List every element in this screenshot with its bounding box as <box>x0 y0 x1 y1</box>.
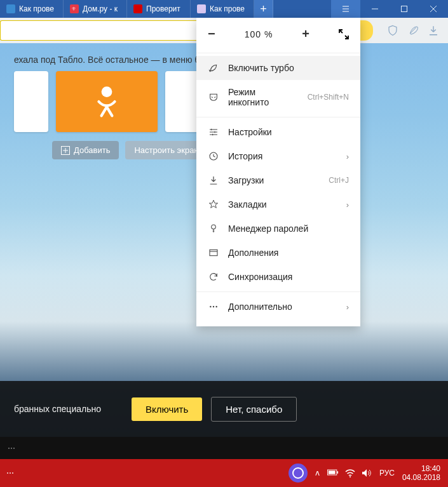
wifi-icon[interactable] <box>345 469 355 477</box>
speed-dial-tile[interactable] <box>14 71 48 132</box>
shield-icon[interactable] <box>387 25 398 36</box>
svg-rect-0 <box>402 6 407 12</box>
keyboard-lang[interactable]: РУС <box>379 469 395 477</box>
menu-label: Включить турбо <box>228 63 294 73</box>
svg-point-1 <box>102 86 112 97</box>
promo-bar: бранных специально Включить Нет, спасибо <box>0 381 448 437</box>
close-button[interactable] <box>419 0 448 18</box>
wifi-icon: ᯤ <box>70 4 79 13</box>
favicon-icon <box>6 4 15 13</box>
separator <box>196 53 360 53</box>
clock-icon <box>208 151 219 161</box>
rocket-icon <box>208 63 219 73</box>
promo-text: бранных специально <box>14 404 101 414</box>
promo-decline-button[interactable]: Нет, спасибо <box>211 397 297 422</box>
tab-label: Проверит <box>146 4 180 13</box>
tray-icons <box>327 469 372 477</box>
taskbar-left: ⋯ <box>0 469 20 477</box>
menu-item-turbo[interactable]: Включить турбо <box>196 56 360 80</box>
star-icon <box>208 199 219 210</box>
svg-point-7 <box>213 306 214 307</box>
battery-icon[interactable] <box>327 469 339 477</box>
window-icon <box>208 248 219 258</box>
favicon-icon <box>197 4 206 13</box>
tray-chevron-up-icon[interactable]: ʌ <box>315 469 320 477</box>
svg-point-12 <box>350 476 351 477</box>
volume-icon[interactable] <box>362 469 372 477</box>
configure-screen-button[interactable]: Настроить экран <box>125 141 207 159</box>
promo-enable-button[interactable]: Включить <box>132 397 202 421</box>
menu-item-history[interactable]: История › <box>196 144 360 168</box>
svg-point-6 <box>210 306 211 307</box>
menu-label: Настройки <box>228 127 272 137</box>
chevron-right-icon: › <box>346 302 349 312</box>
svg-rect-5 <box>210 250 217 255</box>
maximize-button[interactable] <box>390 0 419 18</box>
refresh-icon <box>208 272 219 282</box>
speed-dial-tile-ok[interactable] <box>56 71 158 132</box>
menu-label: Режим инкогнито <box>228 87 299 107</box>
zoom-in-button[interactable]: + <box>302 27 309 41</box>
zoom-out-button[interactable]: − <box>208 27 215 41</box>
shortcut: Ctrl+Shift+N <box>308 93 349 102</box>
zoom-row: − 100 % + <box>196 18 360 50</box>
menu-item-incognito[interactable]: Режим инкогнито Ctrl+Shift+N <box>196 80 360 114</box>
tab-label: Как прове <box>210 4 245 13</box>
fullscreen-button[interactable] <box>339 29 349 39</box>
menu-item-settings[interactable]: Настройки <box>196 120 360 144</box>
tab-label: Дом.ру - к <box>83 4 118 13</box>
window-controls <box>331 0 448 18</box>
tab-label: Как прове <box>19 4 54 13</box>
menu-label: История <box>228 151 262 161</box>
separator <box>196 291 360 292</box>
taskbar: ⋯ ʌ РУС 18:40 04.08.2018 <box>0 459 448 487</box>
plus-icon: + <box>260 3 267 16</box>
menu-item-sync[interactable]: Синхронизация <box>196 265 360 289</box>
tab-strip: Как прове ᯤ Дом.ру - к Проверит Как пров… <box>0 0 448 18</box>
feather-icon[interactable] <box>407 25 419 36</box>
tab-1[interactable]: ᯤ Дом.ру - к <box>64 0 127 18</box>
add-tile-button[interactable]: Добавить <box>52 141 119 159</box>
promo-enable-label: Включить <box>146 404 188 415</box>
mask-icon <box>208 92 219 102</box>
cortana-button[interactable] <box>288 464 308 483</box>
plus-box-icon <box>61 146 70 155</box>
clock-time: 18:40 <box>421 464 440 473</box>
svg-rect-10 <box>337 471 338 474</box>
new-tab-button[interactable]: + <box>254 0 273 18</box>
footer-dots: ⋯ <box>8 444 15 453</box>
favicon-icon <box>133 4 142 13</box>
downloads-icon[interactable] <box>428 25 439 36</box>
menu-item-passwords[interactable]: Менеджер паролей <box>196 217 360 241</box>
promo-decline-label: Нет, спасибо <box>226 404 282 415</box>
menu-label: Дополнения <box>228 248 278 258</box>
menu-label: Дополнительно <box>228 302 292 312</box>
shortcut: Ctrl+J <box>329 176 349 185</box>
key-icon <box>208 223 219 234</box>
chevron-right-icon: › <box>346 152 349 161</box>
browser-menu: − 100 % + Включить турбо Режим инкогнито <box>196 18 360 326</box>
menu-item-more[interactable]: Дополнительно › <box>196 295 360 319</box>
sliders-icon <box>208 127 219 137</box>
page-footer: ⋯ <box>0 437 448 459</box>
svg-point-8 <box>215 306 217 307</box>
download-icon <box>208 175 219 185</box>
odnoklassniki-icon <box>93 84 121 119</box>
configure-label: Настроить экран <box>134 145 198 155</box>
zoom-value: 100 % <box>245 29 273 39</box>
clock-date: 04.08.2018 <box>402 473 440 482</box>
menu-label: Менеджер паролей <box>228 223 308 234</box>
dots-icon <box>208 302 219 312</box>
menu-item-downloads[interactable]: Загрузки Ctrl+J <box>196 168 360 192</box>
browser-menu-button[interactable] <box>331 0 360 18</box>
tab-0[interactable]: Как прове <box>0 0 64 18</box>
taskbar-clock[interactable]: 18:40 04.08.2018 <box>402 464 440 482</box>
menu-label: Синхронизация <box>228 272 292 282</box>
tab-2[interactable]: Проверит <box>127 0 191 18</box>
minimize-button[interactable] <box>360 0 390 18</box>
speed-dial-tile[interactable] <box>165 71 200 132</box>
tab-3[interactable]: Как прове <box>191 0 254 18</box>
chevron-right-icon: › <box>346 200 349 210</box>
menu-item-addons[interactable]: Дополнения <box>196 241 360 265</box>
menu-item-bookmarks[interactable]: Закладки › <box>196 192 360 217</box>
